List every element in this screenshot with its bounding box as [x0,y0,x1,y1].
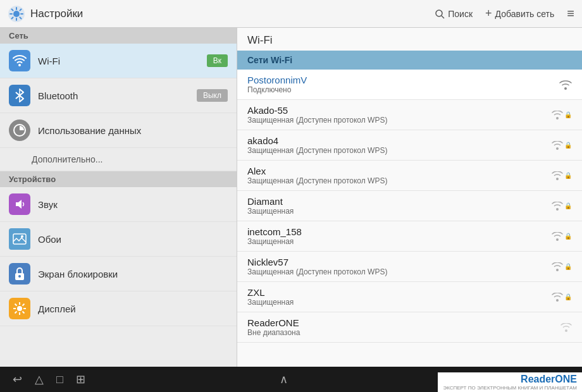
network-name: PostoronnimV [247,75,554,85]
add-network-button[interactable]: + Добавить сеть [485,7,554,20]
branding-name: ReaderONE [521,374,577,384]
network-status: Защищенная (Доступен протокол WPS) [247,176,547,185]
sidebar-item-wallpaper[interactable]: Обои [0,222,237,257]
network-name: Alex [247,166,547,176]
bluetooth-icon [9,85,30,106]
sidebar-item-sound[interactable]: Звук [0,187,237,222]
svg-point-1 [13,11,20,17]
network-name: Akado-55 [247,105,547,116]
screenshot-button[interactable]: ⊞ [76,372,85,386]
svg-marker-9 [16,200,22,209]
network-item[interactable]: Diamant Защищенная 🔒 [237,191,582,221]
network-info: Diamant Защищенная [247,196,547,216]
network-item[interactable]: Alex Защищенная (Доступен протокол WPS) … [237,161,582,191]
wallpaper-icon [9,228,30,250]
network-status: Защищенная (Доступен протокол WPS) [247,267,547,276]
bluetooth-label: Bluetooth [38,90,197,101]
settings-icon [8,5,25,23]
sidebar-item-display[interactable]: Дисплей [0,291,237,326]
svg-line-20 [23,312,25,314]
top-bar-actions: Поиск + Добавить сеть ≡ [435,6,574,21]
svg-line-7 [16,95,20,99]
bluetooth-toggle[interactable]: Выкл [197,89,228,102]
sidebar: Сеть Wi-Fi Вк [0,28,237,367]
top-bar: Настройки Поиск + Добавить сеть ≡ [0,0,582,28]
network-name: Diamant [247,196,547,207]
sidebar-item-bluetooth[interactable]: Bluetooth Выкл [0,78,237,113]
recents-button[interactable]: □ [56,373,63,386]
main-layout: Сеть Wi-Fi Вк [0,28,582,367]
wifi-label: Wi-Fi [38,56,207,66]
network-status: Вне диапазона [247,328,555,337]
sound-label: Звук [38,199,228,210]
content-panel: Wi-Fi Сети Wi-Fi PostoronnimV Подключено… [237,28,582,367]
content-title: Wi-Fi [237,28,582,51]
svg-line-3 [442,16,444,18]
network-info: ReaderONE Вне диапазона [247,317,555,337]
network-item[interactable]: inetcom_158 Защищенная 🔒 [237,221,582,252]
search-label: Поиск [448,9,473,19]
svg-line-6 [16,92,20,95]
network-name: inetcom_158 [247,226,547,237]
wifi-signal-lock-icon: 🔒 [552,262,572,271]
network-name: ZXL [247,287,547,298]
network-item[interactable]: akado4 Защищенная (Доступен протокол WPS… [237,130,582,161]
network-name: Nicklev57 [247,257,547,267]
wifi-toggle[interactable]: Вк [207,54,228,67]
wifi-signal-icon [559,80,572,90]
home-button[interactable]: △ [35,372,44,386]
wifi-signal-lock-icon: 🔒 [552,293,572,302]
network-status: Защищенная (Доступен протокол WPS) [247,146,547,155]
network-info: PostoronnimV Подключено [247,75,554,94]
wifi-signal-lock-icon: 🔒 [552,141,572,150]
network-name: akado4 [247,135,547,146]
network-info: ZXL Защищенная [247,287,547,307]
svg-point-13 [18,275,21,278]
network-section-header: Сеть [0,28,237,44]
wifi-signal-icon [560,323,572,332]
network-item[interactable]: Akado-55 Защищенная (Доступен протокол W… [237,100,582,130]
network-info: akado4 Защищенная (Доступен протокол WPS… [247,135,547,155]
svg-point-2 [436,10,442,16]
wallpaper-label: Обои [38,234,228,245]
display-label: Дисплей [38,303,228,314]
sidebar-item-wifi[interactable]: Wi-Fi Вк [0,44,237,78]
network-item[interactable]: ReaderONE Вне диапазона [237,312,582,343]
network-status: Защищенная [247,237,547,246]
network-item[interactable]: PostoronnimV Подключено [237,70,582,100]
wifi-signal-lock-icon: 🔒 [552,171,572,180]
svg-line-21 [23,304,25,306]
network-name: ReaderONE [247,317,555,328]
lock-screen-label: Экран блокировки [38,269,228,279]
up-arrow-button[interactable]: ∧ [280,372,288,386]
lock-screen-icon [9,263,30,285]
network-item[interactable]: Nicklev57 Защищенная (Доступен протокол … [237,252,582,282]
network-item[interactable]: ZXL Защищенная 🔒 [237,282,582,312]
wifi-icon [9,50,30,71]
svg-line-22 [15,312,17,314]
network-info: inetcom_158 Защищенная [247,226,547,246]
search-button[interactable]: Поиск [435,9,473,19]
plus-icon: + [485,7,492,20]
sidebar-item-data-usage[interactable]: Использование данных [0,113,237,148]
search-icon [435,9,445,19]
sidebar-item-lock-screen[interactable]: Экран блокировки [0,257,237,291]
branding-sub: ЭКСПЕРТ ПО ЭЛЕКТРОННЫМ КНИГАМ И ПЛАНШЕТА… [443,385,577,391]
wifi-signal-lock-icon: 🔒 [552,232,572,241]
bottom-center: ∧ [85,372,482,386]
network-info: Nicklev57 Защищенная (Доступен протокол … [247,257,547,276]
network-info: Akado-55 Защищенная (Доступен протокол W… [247,105,547,125]
branding: ReaderONE ЭКСПЕРТ ПО ЭЛЕКТРОННЫМ КНИГАМ … [438,372,582,392]
more-menu-button[interactable]: ≡ [567,6,574,21]
data-usage-label: Использование данных [38,125,228,136]
network-info: Alex Защищенная (Доступен протокол WPS) [247,166,547,185]
back-button[interactable]: ↩ [13,372,22,386]
add-network-label: Добавить сеть [495,9,555,19]
sidebar-item-advanced[interactable]: Дополнительно... [0,148,237,171]
device-section-header: Устройство [0,171,237,187]
advanced-label: Дополнительно... [32,154,102,164]
network-status: Подключено [247,85,554,94]
menu-icon: ≡ [567,6,574,21]
network-status: Защищенная (Доступен протокол WPS) [247,116,547,125]
wifi-signal-lock-icon: 🔒 [552,202,572,211]
